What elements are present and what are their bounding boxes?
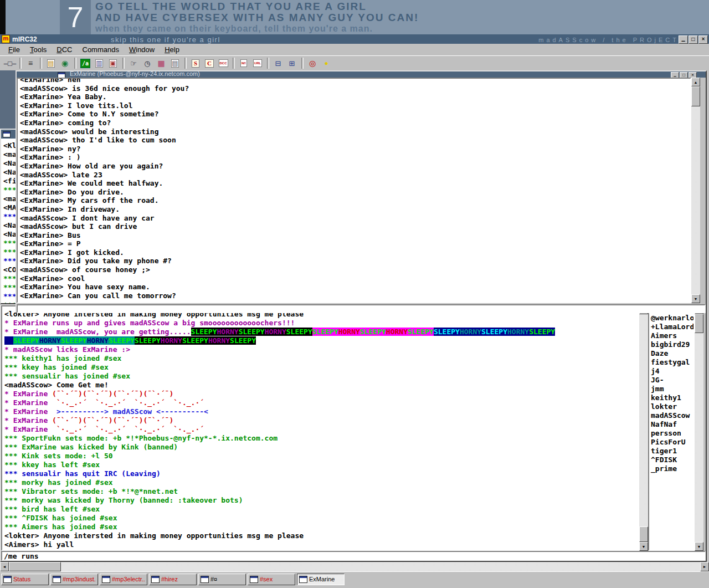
connect-icon[interactable]: –□–	[3, 58, 17, 69]
query-lines: <ExMarine> heh<madASScow> is 36d nice en…	[20, 78, 690, 300]
scripts-icon[interactable]: S	[189, 58, 202, 69]
colors-icon[interactable]: ▦	[155, 58, 168, 69]
options-icon[interactable]: ≡	[24, 58, 37, 69]
aliases-icon[interactable]: /a	[79, 58, 92, 69]
query-text-area[interactable]: <ExMarine> heh<madASScow> is 36d nice en…	[17, 78, 691, 303]
toolbar-separator	[233, 58, 235, 69]
toolbar: –□–≡▤◉/a▥▣☞◷▦▤SCDCCN‼URL⊟⊞◎●	[0, 55, 709, 70]
chat-line: * ExMarine runs up and gives madASScow a…	[4, 319, 638, 328]
menu-help[interactable]: Help	[160, 44, 184, 55]
help-icon[interactable]: ◎	[306, 58, 319, 69]
child-minimize-button[interactable]: ▁	[671, 72, 679, 78]
query-scrollbar-thumb[interactable]	[691, 86, 700, 106]
switchbar-mp3indust-button[interactable]: #mp3indust...	[50, 574, 98, 585]
nicklist-item[interactable]: PicsForU	[651, 438, 693, 447]
chat-line: <ExMarine> cool	[20, 274, 690, 283]
nicklist-item[interactable]: tiger1	[651, 447, 693, 456]
query-input[interactable]	[17, 304, 706, 313]
nicklist-item[interactable]: madASScow	[651, 411, 693, 420]
chat-line: *** ExMarine was kicked by Kink (banned)	[4, 443, 638, 452]
banner-number-box: 7	[60, 0, 91, 34]
url-list-icon[interactable]: URL	[251, 58, 264, 69]
channel-window-sex: <lokter> Anyone intersted in making mone…	[0, 304, 707, 562]
chat-line: <ExMarine> My cars off the road.	[20, 196, 690, 205]
menu-tools[interactable]: Tools	[25, 44, 52, 55]
toolbar-separator	[267, 58, 269, 69]
address-book-icon[interactable]: ▤	[44, 58, 58, 69]
menu-dcc[interactable]: DCC	[52, 44, 77, 55]
away-icon[interactable]: ●	[320, 58, 333, 69]
nicklist-item[interactable]: jmm	[651, 385, 693, 393]
close-button[interactable]: ×	[698, 35, 708, 44]
notify-icon[interactable]: N‼	[237, 58, 250, 69]
chat-line: *** SportFukn sets mode: +b *!*Phoebus-@…	[4, 434, 638, 443]
titlebar-right-text: madASScow / the PROjECT	[538, 37, 679, 43]
query-titlebar[interactable]: ExMarine (Phoebus-@nyf-ny-24.ix.netcom.c…	[17, 71, 706, 78]
nicklist-item[interactable]: j4	[651, 367, 693, 376]
nicklist-item[interactable]: +LlamaLord	[651, 323, 693, 331]
switchbar-mp3electr-button[interactable]: #mp3electr...	[100, 574, 147, 585]
dcc-icon[interactable]: DCC	[217, 58, 230, 69]
scroll-down-icon[interactable]: ▼	[691, 294, 700, 303]
chat-line: * ExMarine >----------> madASScow <-----…	[4, 407, 638, 416]
switchbar-channel4-button[interactable]: #¤	[198, 574, 246, 585]
popups-icon[interactable]: ▥	[93, 58, 106, 69]
notepad-icon[interactable]: ▤	[168, 58, 182, 69]
cascade-windows-icon[interactable]: ⊞	[285, 58, 299, 69]
menu-file[interactable]: File	[3, 44, 25, 55]
nicklist-item[interactable]: persson	[651, 429, 693, 438]
menu-window[interactable]: Window	[124, 44, 160, 55]
scroll-up-icon[interactable]: ▲	[691, 78, 700, 86]
servers-icon[interactable]: ◉	[58, 58, 71, 69]
menu-commands[interactable]: Commands	[78, 44, 124, 55]
message-input[interactable]: /me runs	[1, 551, 706, 561]
nicklist-item[interactable]: JG-	[651, 376, 693, 385]
finger-icon[interactable]: ☞	[127, 58, 140, 69]
window-icon	[102, 576, 110, 583]
channel-scrollbar[interactable]: ▲ ▼	[639, 305, 648, 551]
remote-icon[interactable]: ▣	[106, 58, 120, 69]
horizontal-scrollbar-thumb[interactable]	[9, 562, 61, 571]
nicklist-item[interactable]: @werknarlo	[651, 314, 693, 323]
scroll-down-icon[interactable]: ▼	[695, 542, 703, 551]
chat-line: <ExMarine> : )	[20, 153, 690, 162]
nicklist-item[interactable]: ^FDISK	[651, 456, 693, 464]
timer-icon[interactable]: ◷	[141, 58, 154, 69]
mirc-app-icon: m	[2, 35, 10, 43]
nicklist-scrollbar-thumb[interactable]	[695, 314, 703, 333]
scroll-right-icon[interactable]: ►	[700, 562, 709, 571]
scroll-down-icon[interactable]: ▼	[639, 542, 648, 551]
tile-windows-icon[interactable]: ⊟	[271, 58, 285, 69]
nicklist-item[interactable]: fiestygal	[651, 358, 693, 367]
restore-button[interactable]: □	[689, 35, 698, 44]
chat-line: * ExMarine `·._.·´ `·._.·´ `·._.·´ `·._.…	[4, 425, 638, 434]
scroll-left-icon[interactable]: ◄	[0, 562, 9, 571]
child-restore-button[interactable]: □	[680, 72, 688, 78]
banner: 7 GO TELL THE WORLD THAT YOU ARE A GIRL …	[0, 0, 709, 34]
switchbar-hirez-button[interactable]: #hirez	[149, 574, 197, 585]
commands-icon[interactable]: C	[203, 58, 216, 69]
minimize-button[interactable]: ▁	[679, 35, 688, 44]
chat-line: <madASScow> tho I'd like to cum soon	[20, 136, 690, 145]
chat-line: <ExMarine> coming to?	[20, 119, 690, 127]
nicklist-item[interactable]: keithy1	[651, 393, 693, 402]
nicklist-item[interactable]: bigbird29	[651, 340, 693, 349]
chat-line: * madASScow licks ExMarine :>	[4, 345, 638, 354]
nicklist-item[interactable]: Daze	[651, 349, 693, 358]
channel-text-area[interactable]: <lokter> Anyone intersted in making mone…	[1, 305, 639, 551]
nicklist-scrollbar[interactable]: ▲ ▼	[695, 305, 703, 551]
channel-scrollbar-thumb[interactable]	[639, 526, 648, 542]
chat-line: <madASScow> but I can drive	[20, 222, 690, 231]
query-scrollbar[interactable]: ▲ ▼	[691, 78, 700, 303]
nicklist-item[interactable]: _prime	[651, 464, 693, 473]
chat-line: *** sensualir has quit IRC (Leaving)	[4, 469, 638, 478]
horizontal-scrollbar[interactable]: ◄ ►	[0, 562, 709, 571]
switchbar-sex-button[interactable]: #sex	[248, 574, 295, 585]
nicklist-item[interactable]: Aimers	[651, 331, 693, 340]
chat-line: *** kkey has left #sex	[4, 461, 638, 469]
nicklist-item[interactable]: NafNaf	[651, 420, 693, 429]
switchbar-status-button[interactable]: Status	[1, 574, 49, 585]
switchbar-exmarine-button[interactable]: ExMarine	[297, 574, 345, 585]
nicklist-item[interactable]: lokter	[651, 402, 693, 411]
child-close-button[interactable]: ×	[689, 72, 697, 78]
